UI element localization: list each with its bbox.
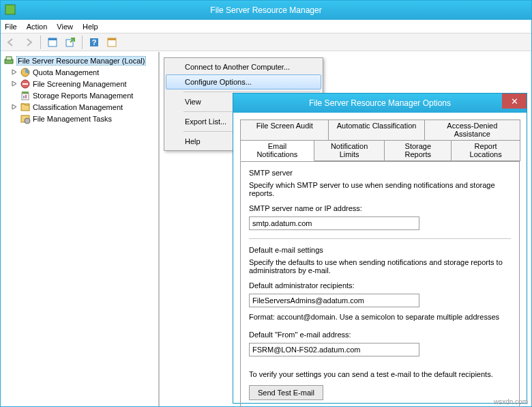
tree-storage-label: Storage Reports Management [33, 92, 133, 100]
svg-rect-0 [5, 5, 15, 14]
svg-rect-15 [23, 96, 25, 98]
tab-email-notifications[interactable]: Email Notifications [240, 140, 314, 161]
tab-access-denied[interactable]: Access-Denied Assistance [424, 120, 520, 141]
storage-icon [20, 90, 31, 101]
expand-icon[interactable] [12, 104, 18, 110]
tree-pane: File Server Resource Manager (Local) Quo… [1, 52, 159, 406]
menu-action[interactable]: Action [27, 23, 48, 31]
tab-automatic-classification[interactable]: Automatic Classification [328, 120, 424, 141]
smtp-help: Specify which SMTP server to use when se… [249, 181, 511, 197]
quota-icon [20, 67, 31, 78]
from-label: Default "From" e-mail address: [249, 331, 511, 339]
screening-icon [20, 79, 31, 89]
admin-recipients-input[interactable] [249, 294, 419, 307]
toolbar-separator [82, 36, 83, 49]
format-hint: Format: account@domain. Use a semicolon … [249, 313, 511, 321]
send-test-email-button[interactable]: Send Test E-mail [249, 385, 323, 400]
expand-icon[interactable] [12, 69, 18, 75]
cm-configure[interactable]: Configure Options... [166, 74, 321, 89]
tree-storage[interactable]: Storage Reports Management [2, 89, 157, 101]
tree-root-label: File Server Resource Manager (Local) [16, 56, 146, 66]
cm-separator [183, 92, 320, 92]
toolbar-separator [40, 36, 41, 49]
app-icon [5, 4, 16, 15]
filetasks-icon [20, 113, 31, 124]
cm-connect[interactable]: Connect to Another Computer... [166, 59, 321, 74]
expand-icon[interactable] [12, 81, 18, 87]
verify-text: To verify your settings you can send a t… [249, 370, 511, 378]
tree-filetasks[interactable]: File Management Tasks [2, 113, 157, 124]
from-address-input[interactable] [249, 343, 419, 356]
separator [249, 238, 511, 239]
defaults-header: Default e-mail settings [249, 246, 511, 254]
tree-screening-label: File Screening Management [33, 80, 127, 88]
email-tab-panel: SMTP server Specify which SMTP server to… [240, 161, 520, 407]
svg-rect-7 [108, 38, 116, 40]
smtp-header: SMTP server [249, 169, 511, 177]
tree-root[interactable]: File Server Resource Manager (Local) [2, 55, 157, 66]
window-title: File Server Resource Manager [210, 5, 321, 15]
tab-notification-limits[interactable]: Notification Limits [314, 140, 385, 161]
smtp-input[interactable] [249, 216, 419, 230]
tab-file-screen-audit[interactable]: File Screen Audit [240, 120, 329, 141]
svg-text:?: ? [92, 38, 97, 46]
svg-rect-14 [22, 92, 29, 94]
close-icon: ✕ [511, 96, 518, 107]
tree-screening[interactable]: File Screening Management [2, 78, 157, 89]
tree-quota-label: Quota Management [33, 68, 99, 76]
watermark: wsxdn.com [494, 398, 528, 406]
classification-icon [20, 102, 31, 113]
tree-classification[interactable]: Classification Management [2, 101, 157, 113]
dialog-title-bar: File Server Resource Manager Options ✕ [233, 94, 527, 113]
toolbar-properties-button[interactable] [45, 35, 60, 50]
toolbar-back-button[interactable] [3, 35, 18, 50]
menu-bar: File Action View Help [1, 20, 531, 33]
tab-report-locations[interactable]: Report Locations [451, 140, 520, 161]
toolbar-help-button[interactable]: ? [87, 35, 102, 50]
tab-storage-reports[interactable]: Storage Reports [384, 140, 452, 161]
toolbar-forward-button[interactable] [21, 35, 36, 50]
svg-rect-16 [25, 95, 27, 98]
admin-label: Default administrator recipients: [249, 281, 511, 290]
menu-help[interactable]: Help [83, 23, 98, 31]
dialog-title: File Server Resource Manager Options [309, 98, 451, 108]
close-button[interactable]: ✕ [502, 94, 527, 109]
toolbar-export-button[interactable] [63, 35, 78, 50]
defaults-help: Specify the defaults to use when sending… [249, 258, 511, 275]
smtp-label: SMTP server name or IP address: [249, 204, 511, 212]
options-dialog: File Server Resource Manager Options ✕ F… [233, 93, 527, 404]
svg-rect-2 [48, 38, 57, 40]
menu-file[interactable]: File [5, 23, 17, 31]
server-icon [3, 55, 14, 66]
main-title-bar: File Server Resource Manager [1, 1, 531, 20]
tree-filetasks-label: File Management Tasks [33, 115, 112, 123]
svg-rect-9 [6, 57, 12, 60]
tree-quota[interactable]: Quota Management [2, 66, 157, 78]
svg-point-19 [25, 118, 30, 124]
toolbar-view-button[interactable] [104, 35, 119, 50]
menu-view[interactable]: View [57, 23, 73, 31]
svg-rect-12 [23, 83, 28, 85]
toolbar: ? [1, 33, 531, 51]
tree-classification-label: Classification Management [33, 103, 123, 111]
